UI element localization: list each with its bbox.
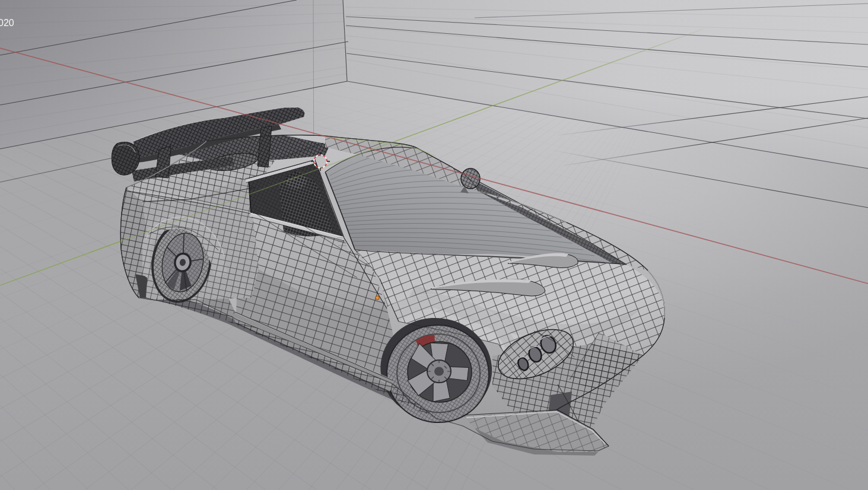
svg-text:020: 020 xyxy=(0,18,14,28)
